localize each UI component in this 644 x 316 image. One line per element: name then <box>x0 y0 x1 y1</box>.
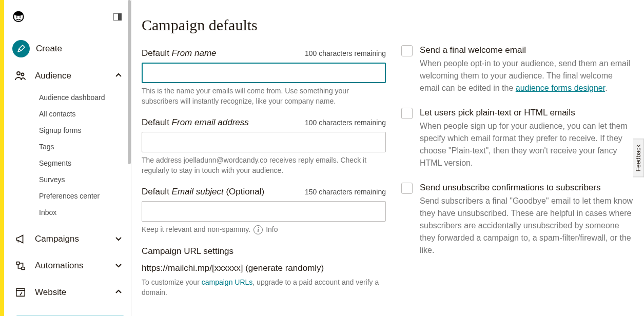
svg-rect-9 <box>22 267 25 270</box>
welcome-email-title: Send a final welcome email <box>420 45 634 55</box>
welcome-email-desc: When people opt-in to your audience, sen… <box>420 57 634 94</box>
subnav-segments[interactable]: Segments <box>39 155 131 171</box>
chevron-up-icon <box>114 71 123 81</box>
accent-bar <box>0 0 4 316</box>
panel-toggle-icon[interactable] <box>113 13 122 22</box>
main-content: Campaign defaults Default From name 100 … <box>131 0 644 316</box>
subject-input[interactable] <box>142 201 386 222</box>
unsub-desc: Send subscribers a final "Goodbye" email… <box>420 195 634 256</box>
automations-icon <box>12 258 29 274</box>
from-name-label: Default From name <box>142 48 217 58</box>
chevron-down-icon <box>114 261 123 271</box>
nav-audience-label: Audience <box>35 71 108 81</box>
nav-automations-label: Automations <box>35 261 108 271</box>
campaign-urls-link[interactable]: campaign URLs <box>202 278 253 286</box>
sidebar-scrollbar[interactable] <box>128 0 131 316</box>
audience-subnav: Audience dashboard All contacts Signup f… <box>9 89 131 226</box>
svg-rect-5 <box>118 13 122 21</box>
chevron-up-icon <box>114 288 123 298</box>
nav-website-label: Website <box>35 287 108 298</box>
unsub-title: Send unsubscribe confirmations to subscr… <box>420 183 634 193</box>
subnav-audience-dashboard[interactable]: Audience dashboard <box>39 89 131 106</box>
svg-point-7 <box>22 73 24 76</box>
nav-website[interactable]: Website <box>9 279 131 306</box>
from-email-label: Default From email address <box>142 117 249 128</box>
svg-point-3 <box>19 16 21 17</box>
welcome-email-checkbox[interactable] <box>401 45 413 56</box>
subnav-all-contacts[interactable]: All contacts <box>39 106 131 122</box>
pencil-icon <box>12 40 30 57</box>
nav-campaigns-label: Campaigns <box>35 234 108 244</box>
svg-point-2 <box>16 16 17 17</box>
subject-help: Keep it relevant and non-spammy. <box>142 225 250 235</box>
subnav-signup-forms[interactable]: Signup forms <box>39 122 131 139</box>
page-title: Campaign defaults <box>142 16 386 34</box>
svg-point-1 <box>14 12 23 16</box>
from-email-counter: 100 characters remaining <box>305 118 386 127</box>
from-name-input[interactable] <box>142 63 386 83</box>
subject-label: Default Email subject (Optional) <box>142 187 264 197</box>
svg-point-6 <box>17 72 20 75</box>
url-settings-heading: Campaign URL settings <box>142 246 386 256</box>
nav-campaigns[interactable]: Campaigns <box>9 226 131 252</box>
chevron-down-icon <box>114 234 123 244</box>
subnav-tags[interactable]: Tags <box>39 139 131 155</box>
forms-designer-link[interactable]: audience forms designer <box>516 84 605 92</box>
megaphone-icon <box>12 231 29 247</box>
from-name-help: This is the name your emails will come f… <box>142 86 386 106</box>
unsub-checkbox[interactable] <box>401 183 413 194</box>
from-email-input[interactable] <box>142 132 386 152</box>
info-label: Info <box>266 225 278 235</box>
plaintext-checkbox[interactable] <box>401 108 413 119</box>
url-settings-text: https://mailchi.mp/[xxxxxx] (generate ra… <box>142 262 386 275</box>
audience-icon <box>12 68 29 84</box>
subnav-preferences-center[interactable]: Preferences center <box>39 188 131 204</box>
sidebar: Create Audience Audience dashboard All c… <box>4 0 131 316</box>
url-settings-help: To customize your campaign URLs, upgrade… <box>142 278 386 298</box>
nav-automations[interactable]: Automations <box>9 252 131 279</box>
website-icon <box>12 284 29 301</box>
subnav-inbox[interactable]: Inbox <box>39 204 131 221</box>
mailchimp-logo-icon[interactable] <box>10 9 27 26</box>
svg-rect-8 <box>16 262 19 265</box>
nav-create-label: Create <box>36 44 123 54</box>
plaintext-desc: When people sign up for your audience, y… <box>420 120 634 169</box>
nav-audience[interactable]: Audience <box>9 63 131 89</box>
feedback-tab[interactable]: Feedback <box>633 139 644 177</box>
from-email-help: The address joelladunn@wordcandy.co rece… <box>142 155 386 175</box>
subnav-surveys[interactable]: Surveys <box>39 171 131 188</box>
info-icon[interactable]: i <box>253 225 263 234</box>
plaintext-title: Let users pick plain-text or HTML emails <box>420 108 634 118</box>
subject-counter: 150 characters remaining <box>305 188 386 196</box>
from-name-counter: 100 characters remaining <box>305 49 386 57</box>
nav-create[interactable]: Create <box>9 35 131 63</box>
